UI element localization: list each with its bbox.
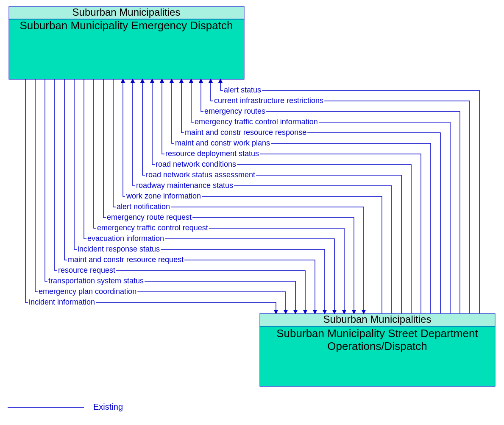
legend-label: Existing	[93, 402, 123, 411]
flow-label: alert notification	[117, 202, 170, 211]
flow-label: maint and constr resource request	[68, 255, 184, 264]
bottom-entity-title-1: Suburban Municipality Street Department	[276, 327, 478, 340]
top-entity-box: Suburban Municipalities Suburban Municip…	[9, 6, 244, 79]
flow-label: incident information	[29, 298, 95, 306]
flow-label: incident response status	[78, 245, 160, 253]
flow-label: roadway maintenance status	[136, 181, 233, 190]
flow-label: emergency traffic control request	[97, 224, 208, 232]
bottom-entity-header: Suburban Municipalities	[323, 313, 432, 325]
flow-label: emergency routes	[204, 107, 265, 115]
flow-label: emergency traffic control information	[195, 117, 318, 126]
flow-label: current infrastructure restrictions	[214, 96, 323, 105]
bottom-entity-title-2: Operations/Dispatch	[327, 340, 427, 352]
flows-group: alert statuscurrent infrastructure restr…	[25, 79, 479, 313]
flow-label: transportation system status	[48, 277, 144, 285]
flow-label: maint and constr work plans	[175, 139, 270, 147]
flow-label: work zone information	[126, 192, 201, 200]
top-entity-title: Suburban Municipality Emergency Dispatch	[20, 19, 233, 32]
top-entity-header: Suburban Municipalities	[72, 6, 181, 18]
flow-label: alert status	[224, 86, 261, 94]
flow-label: maint and constr resource response	[185, 128, 306, 137]
flow-label: road network conditions	[156, 160, 236, 168]
legend: Existing	[8, 402, 123, 411]
flow-label: resource request	[58, 266, 115, 274]
architecture-diagram: Suburban Municipalities Suburban Municip…	[0, 0, 504, 425]
bottom-entity-box: Suburban Municipalities Suburban Municip…	[260, 313, 495, 386]
flow-label: emergency plan coordination	[39, 287, 136, 296]
flow-label: resource deployment status	[165, 149, 259, 158]
flow-label: evacuation information	[87, 234, 164, 243]
flow-label: emergency route request	[107, 213, 192, 221]
flow-label: road network status assessment	[146, 171, 255, 179]
